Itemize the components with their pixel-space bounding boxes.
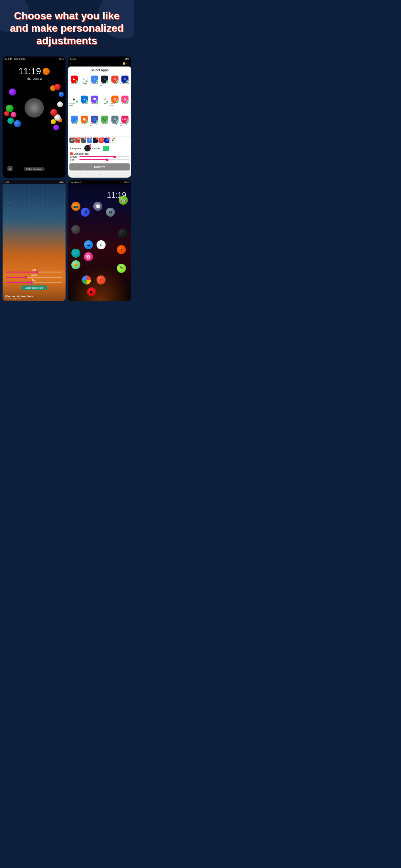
dandelion-area xyxy=(3,82,66,134)
settings-float-icon: ⚙ xyxy=(106,208,115,217)
size-row: Size xyxy=(70,159,129,161)
play-icon: ▶✓ xyxy=(71,96,78,103)
google-icon: G✓ xyxy=(81,75,88,83)
size-slider[interactable] xyxy=(80,159,129,160)
android-icon: 🤖 xyxy=(119,196,128,205)
or-color-label: Or color: xyxy=(92,147,101,150)
phone3-bottom-text: Window raindrop flash Real4d Wallpaper xyxy=(5,295,33,300)
phone1-body: 11:19 Thu, June 2 xyxy=(3,61,66,176)
click-open-checkbox[interactable]: ✓ xyxy=(70,152,73,155)
onedrive-icon: ☁✓ xyxy=(81,96,88,103)
screenshots-grid: No SIM | Emergency 96% 11:19 Thu, June 2 xyxy=(0,53,134,308)
selected-play[interactable]: ▶× xyxy=(110,137,115,143)
blur-control-label: Blur xyxy=(6,279,62,281)
clock-label: Clock xyxy=(82,123,87,125)
app-item-phone[interactable]: 📞✓ Phone xyxy=(100,116,110,135)
coin-count: 🪙 x 0 xyxy=(123,62,129,65)
gallery-icon: 🌸✓ xyxy=(121,96,128,103)
app-item-clash[interactable]: ⚔✓ Clash for An... xyxy=(100,75,110,95)
app-item-google[interactable]: G✓ Google xyxy=(80,75,89,95)
selected-brawl[interactable]: B× xyxy=(69,137,74,143)
check-badge: ✓ xyxy=(96,81,98,83)
check-badge: ✓ xyxy=(96,100,98,103)
selected-g[interactable]: G× xyxy=(81,137,86,143)
bg-thumbnail[interactable]: × xyxy=(84,145,91,151)
selected-clash[interactable]: ⚔× xyxy=(93,137,98,143)
app-item-email[interactable]: ✉✓ Email xyxy=(110,75,120,95)
settings-icon: ⚙✓ xyxy=(112,116,119,123)
select-background-button[interactable]: Select background xyxy=(21,285,48,290)
calendar-icon: 2✓ xyxy=(91,75,98,83)
clock-float-icon: 🕐 xyxy=(93,202,102,211)
gravity-label: Gravity xyxy=(70,156,78,158)
app-item-samsungfr[interactable]: FREE✓ Samsung Fr... xyxy=(120,116,130,135)
phone1-status-text: No SIM | Emergency xyxy=(4,58,25,60)
phone1-time: 11:19 xyxy=(19,66,50,76)
samsungi-icon: 🌐✓ xyxy=(91,116,98,123)
nav-home-icon[interactable]: ○ xyxy=(100,173,102,176)
app-item-samsungi[interactable]: 🌐✓ Samsung Int... xyxy=(90,116,99,135)
nav-menu-icon[interactable]: ⋮ xyxy=(79,173,82,176)
phone2-status-bar: 11:15 95% xyxy=(68,57,131,61)
app-item-play[interactable]: ▶✓ Google Play... xyxy=(69,96,79,115)
phone3-controls: Size Speed Blur xyxy=(3,269,66,291)
youtube-icon: ▶✓ xyxy=(71,75,78,83)
selected-camera[interactable]: 📷× xyxy=(75,137,81,143)
remove-icon[interactable]: × xyxy=(73,137,75,140)
app-item-youtube[interactable]: ▶✓ YouTube xyxy=(69,75,79,95)
c-icon: C xyxy=(7,166,12,171)
gmail-label: Gmail xyxy=(103,103,107,104)
color-swatch[interactable] xyxy=(103,146,109,151)
ball-14 xyxy=(11,112,17,118)
selected-apps-row: B× 📷× G× 2× ⚔× ✉× 🛍× ▶× xyxy=(68,136,131,144)
play-label: Google Play... xyxy=(69,103,79,106)
ball-4 xyxy=(9,89,16,96)
app-item-clock[interactable]: 🕐✓ Clock xyxy=(80,116,89,135)
selected-galaxy[interactable]: 🛍× xyxy=(104,137,110,143)
calendar-label: Calendar xyxy=(91,83,98,85)
app-item-onedrive[interactable]: ☁✓ OneDrive xyxy=(80,96,89,115)
google-label: Google xyxy=(82,83,87,85)
nav-back-icon[interactable]: ‹ xyxy=(120,173,121,176)
app-item-gmail[interactable]: M✓ Gmail xyxy=(100,96,110,115)
app-item-contacts[interactable]: 👤✓ Contacts xyxy=(69,116,79,135)
bg-remove-icon[interactable]: × xyxy=(89,144,91,147)
app-item-settings[interactable]: ⚙✓ Settings xyxy=(110,116,120,135)
menu-icon: ⋮ xyxy=(71,225,81,234)
check-badge: ✓ xyxy=(86,100,88,103)
speed-slider[interactable] xyxy=(6,277,62,278)
size-slider[interactable] xyxy=(6,272,62,273)
remove-icon[interactable]: × xyxy=(90,137,93,140)
waze-icon: W xyxy=(81,208,90,217)
app-item-gallery[interactable]: 🌸✓ Gallery xyxy=(120,96,130,115)
app-item-calendar[interactable]: 2✓ Calendar xyxy=(90,75,99,95)
remove-icon[interactable]: × xyxy=(96,137,98,140)
app-item-galaxy[interactable]: 🛍✓ Galaxy Store xyxy=(120,75,130,95)
check-badge: ✓ xyxy=(116,100,119,103)
remove-icon[interactable]: × xyxy=(84,137,87,140)
remove-icon[interactable]: × xyxy=(113,137,116,140)
gmail-icon: M✓ xyxy=(101,96,108,103)
phone2-select-apps: 11:15 95% ‹ 🪙 x 0 Select apps ▶✓ YouTube… xyxy=(68,57,131,178)
remove-icon[interactable]: × xyxy=(107,137,110,140)
confirm-button[interactable]: Confirm xyxy=(69,163,130,170)
selected-cal[interactable]: 2× xyxy=(87,137,92,143)
remove-icon[interactable]: × xyxy=(102,137,104,140)
remove-icon[interactable]: × xyxy=(79,137,81,140)
blur-slider[interactable] xyxy=(6,282,62,283)
selected-email[interactable]: ✉× xyxy=(98,137,104,143)
back-arrow[interactable]: ‹ xyxy=(70,62,71,65)
gravity-slider[interactable] xyxy=(80,156,129,157)
dialog-settings: Background: × Or color: ✓ Click open app… xyxy=(68,144,131,162)
phone4-status-left: ncy calls only xyxy=(70,181,82,183)
app-item-real4d[interactable]: 🌸✓ Real4d Wall... xyxy=(110,96,120,115)
check-badge: ✓ xyxy=(106,120,109,123)
check-badge: ✓ xyxy=(116,81,119,83)
contacts-icon: 👤✓ xyxy=(71,116,78,123)
app-item-messages[interactable]: 💬✓ Messages xyxy=(90,96,99,115)
galaxy-icon: 🛍✓ xyxy=(121,75,128,83)
samsungfr-label: Samsung Fr... xyxy=(120,123,130,127)
phone3-time: 11:19 xyxy=(4,181,9,183)
ball-15 xyxy=(50,109,58,116)
youtube-float-icon: ▶ xyxy=(87,287,96,297)
